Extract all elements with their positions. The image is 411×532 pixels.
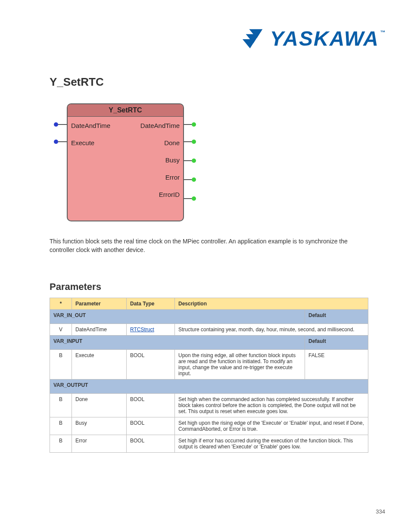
th-description: Description <box>175 298 368 310</box>
cell-param: Done <box>72 394 127 417</box>
pin-in-icon <box>54 140 58 144</box>
table-row: B Done BOOL Set high when the commanded … <box>50 394 368 417</box>
fb-port-out-dateandtime: DateAndTime <box>110 122 180 129</box>
table-row: B Error BOOL Set high if error has occur… <box>50 435 368 453</box>
pin-in-icon <box>54 122 58 127</box>
cell-datatype: BOOL <box>127 350 175 380</box>
pin-out-icon <box>192 122 196 127</box>
th-datatype: Data Type <box>127 298 175 310</box>
cell-desc: Set high if error has occurred during th… <box>175 435 368 453</box>
description-text: This function block sets the real time c… <box>50 237 368 254</box>
page-number: 334 <box>376 508 385 515</box>
section-var-input: VAR_INPUT Default <box>50 336 368 350</box>
section-var-output: VAR_OUTPUT <box>50 380 368 394</box>
cell-desc: Set high when the commanded action has c… <box>175 394 368 417</box>
yaskawa-mark-icon <box>242 26 267 51</box>
cell-desc: Structure containing year, month, day, h… <box>175 324 368 336</box>
cell-desc: Upon the rising edge, all other function… <box>175 350 305 380</box>
fb-title: Y_SetRTC <box>68 104 183 117</box>
pin-out-icon <box>192 177 196 182</box>
table-row: V DateAndTime RTCStruct Structure contai… <box>50 324 368 336</box>
table-header-row: * Parameter Data Type Description <box>50 298 368 310</box>
cell-flag: V <box>50 324 72 336</box>
cell-datatype: BOOL <box>127 435 175 453</box>
fb-port-in-dateandtime: DateAndTime <box>71 122 110 129</box>
section-var-in-out: VAR_IN_OUT Default <box>50 310 368 324</box>
section-default-label: Default <box>305 336 368 350</box>
fb-port-out-errorid: ErrorID <box>71 191 180 198</box>
page-title: Y_SetRTC <box>50 75 104 89</box>
section-label: VAR_IN_OUT <box>50 310 305 324</box>
tm-mark: ™ <box>380 29 386 35</box>
cell-param: Error <box>72 435 127 453</box>
cell-flag: B <box>50 435 72 453</box>
parameters-heading: Parameters <box>50 281 101 292</box>
th-star: * <box>50 298 72 310</box>
pin-out-icon <box>192 159 196 163</box>
datatype-link[interactable]: RTCStruct <box>130 327 154 333</box>
table-row: B Busy BOOL Set high upon the rising edg… <box>50 417 368 435</box>
pin-out-icon <box>192 140 196 144</box>
parameters-table: * Parameter Data Type Description VAR_IN… <box>50 298 368 453</box>
cell-default: FALSE <box>305 350 368 380</box>
fb-port-out-done: Done <box>94 139 180 146</box>
cell-flag: B <box>50 394 72 417</box>
fb-port-out-busy: Busy <box>71 156 180 164</box>
cell-flag: B <box>50 350 72 380</box>
section-default-label: Default <box>305 310 368 324</box>
section-label: VAR_INPUT <box>50 336 305 350</box>
pin-out-icon <box>192 196 196 201</box>
cell-param: DateAndTime <box>72 324 127 336</box>
cell-flag: B <box>50 417 72 435</box>
fb-port-out-error: Error <box>71 174 180 181</box>
function-block-diagram: Y_SetRTC DateAndTimeDateAndTime ExecuteD… <box>54 103 196 224</box>
cell-param: Execute <box>72 350 127 380</box>
brand-logo: YASKAWA™ <box>242 26 385 51</box>
th-parameter: Parameter <box>72 298 127 310</box>
section-label: VAR_OUTPUT <box>50 380 368 394</box>
fb-port-in-execute: Execute <box>71 139 94 146</box>
cell-param: Busy <box>72 417 127 435</box>
cell-datatype: BOOL <box>127 417 175 435</box>
cell-desc: Set high upon the rising edge of the 'Ex… <box>175 417 368 435</box>
brand-name: YASKAWA <box>270 27 379 50</box>
fb-body: Y_SetRTC DateAndTimeDateAndTime ExecuteD… <box>67 103 184 221</box>
table-row: B Execute BOOL Upon the rising edge, all… <box>50 350 368 380</box>
cell-datatype: BOOL <box>127 394 175 417</box>
